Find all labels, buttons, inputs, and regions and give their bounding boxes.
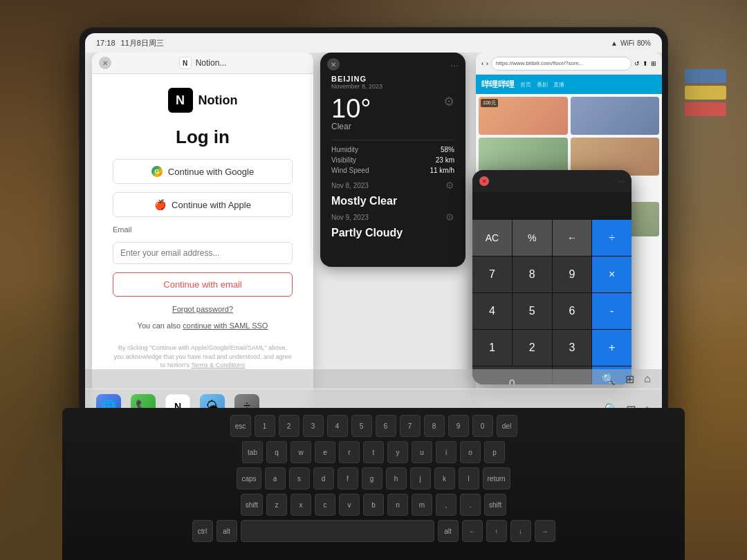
browser-url-bar[interactable]: https://www.bilibili.com/floor/?som... bbox=[491, 57, 631, 71]
key-caps[interactable]: caps bbox=[237, 467, 261, 489]
weather-options[interactable]: ··· bbox=[450, 59, 459, 71]
key-t[interactable]: t bbox=[363, 441, 384, 463]
key-g[interactable]: g bbox=[362, 467, 382, 489]
calc-btn-back[interactable]: ← bbox=[553, 220, 592, 256]
browser-tabs-icon[interactable]: ⊞ bbox=[651, 60, 656, 67]
calc-btn-multiply[interactable]: × bbox=[592, 256, 631, 292]
key-v[interactable]: v bbox=[339, 494, 360, 516]
key-7[interactable]: 7 bbox=[400, 415, 421, 437]
key-6[interactable]: 6 bbox=[376, 415, 396, 437]
key-ctrl[interactable]: ctrl bbox=[192, 520, 213, 542]
key-1[interactable]: 1 bbox=[255, 415, 275, 437]
grid-icon[interactable]: ⊞ bbox=[625, 373, 634, 386]
calc-btn-6[interactable]: 6 bbox=[553, 293, 592, 329]
key-arrow-left[interactable]: ← bbox=[462, 520, 483, 542]
key-u[interactable]: u bbox=[412, 441, 432, 463]
key-a[interactable]: a bbox=[265, 467, 286, 489]
key-delete[interactable]: del bbox=[497, 415, 517, 437]
calc-btn-divide[interactable]: ÷ bbox=[592, 220, 631, 256]
signal-icon: ▲ bbox=[611, 39, 618, 47]
continue-email-button[interactable]: Continue with email bbox=[113, 272, 293, 297]
video-thumb-1[interactable]: 100元 bbox=[479, 97, 568, 135]
key-j[interactable]: j bbox=[410, 467, 431, 489]
key-shift-r[interactable]: shift bbox=[484, 494, 506, 516]
calc-btn-9[interactable]: 9 bbox=[553, 256, 592, 292]
key-q[interactable]: q bbox=[266, 441, 287, 463]
key-r[interactable]: r bbox=[339, 441, 360, 463]
weather-close-button[interactable]: ✕ bbox=[327, 58, 340, 71]
calc-btn-4[interactable]: 4 bbox=[472, 293, 512, 329]
key-arrow-down[interactable]: ↓ bbox=[510, 520, 531, 542]
key-9[interactable]: 9 bbox=[448, 415, 469, 437]
keyboard-row-5: ctrl alt alt ← ↑ ↓ → bbox=[192, 520, 555, 542]
calc-btn-7[interactable]: 7 bbox=[472, 256, 512, 292]
calc-btn-percent[interactable]: % bbox=[513, 220, 552, 256]
key-e[interactable]: e bbox=[315, 441, 335, 463]
key-esc[interactable]: esc bbox=[230, 415, 251, 437]
key-period[interactable]: . bbox=[460, 494, 481, 516]
bili-tab-3[interactable]: 直播 bbox=[553, 81, 564, 88]
key-b[interactable]: b bbox=[363, 494, 384, 516]
key-arrow-right[interactable]: → bbox=[535, 520, 555, 542]
google-signin-button[interactable]: G Continue with Google bbox=[113, 159, 293, 184]
calc-close-button[interactable]: ✕ bbox=[479, 176, 489, 186]
calc-btn-8[interactable]: 8 bbox=[513, 256, 552, 292]
forgot-password-link[interactable]: Forgot password? bbox=[172, 305, 233, 313]
key-enter[interactable]: return bbox=[483, 467, 510, 489]
key-0[interactable]: 0 bbox=[472, 415, 493, 437]
key-4[interactable]: 4 bbox=[327, 415, 348, 437]
key-o[interactable]: o bbox=[460, 441, 481, 463]
browser-reload-icon[interactable]: ↺ bbox=[634, 60, 640, 67]
calc-btn-2[interactable]: 2 bbox=[513, 330, 552, 366]
key-z[interactable]: z bbox=[266, 494, 287, 516]
apple-signin-button[interactable]: 🍎 Continue with Apple bbox=[113, 192, 293, 217]
calc-btn-3[interactable]: 3 bbox=[553, 330, 592, 366]
key-alt[interactable]: alt bbox=[216, 520, 237, 542]
key-x[interactable]: x bbox=[290, 494, 311, 516]
browser-forward-icon[interactable]: › bbox=[486, 60, 488, 67]
key-comma[interactable]: , bbox=[436, 494, 456, 516]
calc-btn-add[interactable]: + bbox=[592, 330, 631, 366]
key-l[interactable]: l bbox=[459, 467, 479, 489]
key-i[interactable]: i bbox=[436, 441, 456, 463]
key-c[interactable]: c bbox=[315, 494, 335, 516]
terms-link[interactable]: Terms & Conditions bbox=[191, 362, 245, 368]
key-3[interactable]: 3 bbox=[303, 415, 324, 437]
ipad-frame: 17:18 11月8日周三 ▲ WiFi 80% ✕ bbox=[80, 28, 667, 429]
calc-btn-ac[interactable]: AC bbox=[472, 220, 512, 256]
key-y[interactable]: y bbox=[387, 441, 408, 463]
browser-share-icon[interactable]: ⬆ bbox=[643, 60, 648, 67]
search-icon[interactable]: 🔍 bbox=[602, 373, 616, 386]
key-space[interactable] bbox=[241, 520, 434, 542]
key-d[interactable]: d bbox=[313, 467, 334, 489]
key-s[interactable]: s bbox=[289, 467, 310, 489]
key-5[interactable]: 5 bbox=[351, 415, 372, 437]
key-tab[interactable]: tab bbox=[242, 441, 263, 463]
key-8[interactable]: 8 bbox=[424, 415, 445, 437]
browser-back-icon[interactable]: ‹ bbox=[481, 60, 483, 67]
key-alt-r[interactable]: alt bbox=[438, 520, 459, 542]
key-k[interactable]: k bbox=[434, 467, 455, 489]
key-2[interactable]: 2 bbox=[279, 415, 299, 437]
calc-btn-5[interactable]: 5 bbox=[513, 293, 552, 329]
email-input[interactable] bbox=[113, 242, 293, 264]
key-shift-l[interactable]: shift bbox=[241, 494, 263, 516]
home-icon[interactable]: ⌂ bbox=[644, 373, 651, 385]
key-n[interactable]: n bbox=[387, 494, 408, 516]
key-p[interactable]: p bbox=[484, 441, 505, 463]
notion-close-button[interactable]: ✕ bbox=[99, 57, 111, 69]
bili-tab-1[interactable]: 首页 bbox=[520, 81, 531, 88]
key-m[interactable]: m bbox=[412, 494, 432, 516]
key-f[interactable]: f bbox=[338, 467, 358, 489]
settings-icon[interactable]: ⚙ bbox=[443, 94, 454, 109]
key-arrow-up[interactable]: ↑ bbox=[486, 520, 507, 542]
bili-tab-2[interactable]: 番剧 bbox=[537, 81, 548, 88]
calculator-card[interactable]: ✕ ··· AC % ← ÷ 7 bbox=[472, 170, 631, 384]
calc-btn-subtract[interactable]: - bbox=[592, 293, 631, 329]
key-h[interactable]: h bbox=[386, 467, 407, 489]
calc-btn-1[interactable]: 1 bbox=[472, 330, 512, 366]
saml-sso-link[interactable]: continue with SAML SSO bbox=[183, 321, 268, 330]
notion-app-card[interactable]: ✕ N Notion... N bbox=[92, 53, 313, 423]
video-thumb-2[interactable] bbox=[571, 97, 660, 135]
key-w[interactable]: w bbox=[290, 441, 311, 463]
